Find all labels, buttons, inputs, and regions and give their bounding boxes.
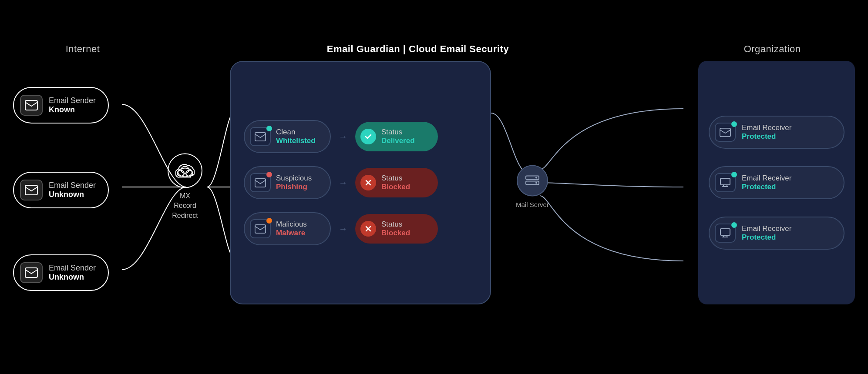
svg-rect-9 (255, 224, 266, 233)
receiver1-line2: Protected (742, 132, 791, 141)
x-icon-2 (360, 221, 376, 237)
envelope-suspicious-icon (250, 173, 271, 192)
envelope-malicious-icon (250, 219, 271, 238)
envelope-icon-2 (20, 180, 43, 200)
sender2-line2: Unknown (49, 190, 96, 199)
arrow-3: → (339, 224, 347, 234)
svg-rect-14 (720, 128, 730, 136)
receiver3-icon (715, 224, 736, 243)
suspicious-line1: Suspicious (276, 174, 312, 183)
clean-line2: Whitelisted (276, 137, 316, 145)
svg-rect-7 (255, 132, 266, 140)
sender3-line2: Unknown (49, 273, 96, 282)
sender1-line1: Email Sender (49, 96, 96, 105)
svg-rect-0 (25, 100, 37, 110)
receiver3-line1: Email Receiver (742, 224, 791, 233)
svg-rect-16 (720, 229, 730, 235)
sender3-line1: Email Sender (49, 264, 96, 273)
server-icon (517, 165, 548, 197)
svg-point-3 (178, 168, 192, 177)
status-delivered-value: Delivered (381, 137, 415, 145)
cloud-icon (168, 153, 202, 188)
mx-node: MXRecordRedirect (168, 153, 202, 220)
status-delivered: Status Delivered (355, 122, 438, 151)
check-icon (360, 129, 376, 144)
email-row-malicious: Malicious Malware → Status Blocked (244, 212, 477, 245)
receiver2-line2: Protected (742, 183, 791, 191)
mail-server-label: Mail Server (516, 200, 549, 209)
status-blocked1-label: Status (381, 174, 410, 183)
sender2-line1: Email Sender (49, 181, 96, 190)
email-row-clean: Clean Whitelisted → Status Delivered (244, 120, 477, 153)
org-box: Email Receiver Protected Email Receiver … (698, 61, 855, 304)
svg-point-6 (181, 166, 189, 173)
status-blocked2-label: Status (381, 220, 410, 229)
email-pill-clean: Clean Whitelisted (244, 120, 331, 153)
svg-rect-15 (720, 178, 730, 185)
arrow-2: → (339, 178, 347, 188)
svg-rect-2 (25, 268, 37, 277)
sender-node-unknown-2: Email Sender Unknown (13, 254, 109, 291)
receiver1-icon (715, 123, 736, 142)
internet-label: Internet (35, 43, 131, 55)
email-row-suspicious: Suspicious Phishing → Status Blocked (244, 166, 477, 199)
receiver2-line1: Email Receiver (742, 174, 791, 183)
svg-point-12 (535, 177, 537, 179)
svg-rect-1 (25, 185, 37, 195)
x-icon-1 (360, 175, 376, 190)
email-pill-suspicious: Suspicious Phishing (244, 166, 331, 199)
svg-rect-8 (255, 178, 266, 187)
envelope-icon-3 (20, 262, 43, 283)
mail-server-node: Mail Server (516, 165, 549, 209)
envelope-icon (20, 95, 43, 116)
sender-node-known: Email Sender Known (13, 87, 109, 124)
clean-line1: Clean (276, 128, 316, 137)
malicious-line1: Malicious (276, 220, 307, 229)
receiver-node-3: Email Receiver Protected (709, 217, 844, 250)
sender1-line2: Known (49, 105, 96, 114)
receiver1-line1: Email Receiver (742, 124, 791, 132)
receiver-node-2: Email Receiver Protected (709, 166, 844, 199)
guardian-box: Clean Whitelisted → Status Delivered (230, 61, 491, 304)
email-pill-malicious: Malicious Malware (244, 212, 331, 245)
status-delivered-label: Status (381, 128, 415, 137)
arrow-1: → (339, 132, 347, 142)
sender-node-unknown-1: Email Sender Unknown (13, 172, 109, 208)
status-blocked1-value: Blocked (381, 183, 410, 191)
receiver3-line2: Protected (742, 233, 791, 242)
status-blocked-1: Status Blocked (355, 168, 438, 197)
svg-point-13 (535, 182, 537, 184)
receiver2-icon (715, 173, 736, 192)
org-label: Organization (703, 43, 842, 55)
suspicious-line2: Phishing (276, 183, 312, 191)
envelope-clean-icon (250, 127, 271, 146)
diagram-container: Internet Email Guardian | Cloud Email Se… (0, 0, 868, 374)
status-blocked-2: Status Blocked (355, 214, 438, 244)
mx-label: MXRecordRedirect (172, 191, 198, 220)
status-blocked2-value: Blocked (381, 229, 410, 237)
guardian-label: Email Guardian | Cloud Email Security (296, 43, 540, 55)
malicious-line2: Malware (276, 229, 307, 237)
receiver-node-1: Email Receiver Protected (709, 116, 844, 149)
